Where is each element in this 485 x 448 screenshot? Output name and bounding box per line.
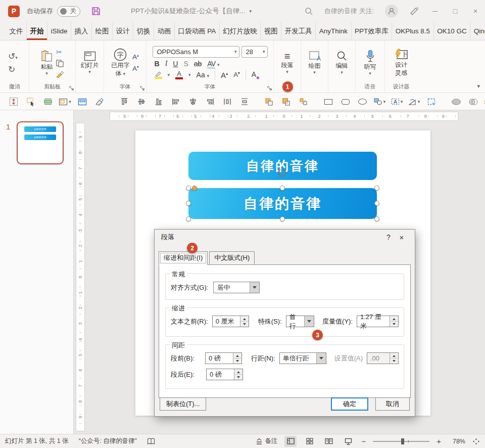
lasso-select-tool[interactable] [425, 96, 438, 108]
format-painter-button[interactable] [56, 71, 64, 78]
bring-forward-tool[interactable] [263, 96, 275, 108]
tab-qing[interactable]: Qing [470, 22, 485, 40]
tab-asian-typography[interactable]: 中文版式(H) [209, 251, 255, 265]
redo-button[interactable]: ↻ [8, 65, 15, 74]
strikethrough-button[interactable]: ab [194, 60, 202, 68]
dialog-close-button[interactable]: × [395, 233, 408, 242]
change-case-button[interactable]: Aa ▾ [197, 71, 210, 79]
merge-shapes-intersect-tool[interactable] [467, 96, 479, 108]
zoom-out-button[interactable]: − [361, 437, 366, 445]
ellipse-shape-tool[interactable] [356, 96, 369, 108]
grow-font-button[interactable]: A▴ [221, 71, 228, 79]
tab-animations[interactable]: 动画 [154, 22, 174, 40]
tab-anythink[interactable]: AnyThink [315, 22, 351, 40]
notes-page-tool[interactable] [76, 96, 88, 108]
tab-view[interactable]: 视图 [260, 22, 281, 40]
italic-button[interactable]: I [165, 60, 168, 68]
slideshow-view-button[interactable] [342, 436, 354, 447]
tab-islide[interactable]: iSlide [47, 22, 71, 40]
tab-transitions[interactable]: 切换 [133, 22, 154, 40]
text-box-tool[interactable]: A▾ [391, 96, 403, 108]
reading-view-button[interactable] [323, 436, 335, 447]
minimize-button[interactable]: ─ [430, 7, 440, 15]
decrease-font-button[interactable]: A▾ [132, 65, 139, 72]
distribute-vertical-tool[interactable] [238, 96, 251, 108]
selection-handle-mid-left[interactable] [186, 201, 191, 206]
highlight-color-button[interactable] [155, 71, 162, 79]
autosave-toggle[interactable]: 关 [57, 6, 80, 17]
rounded-rectangle-shape-tool[interactable] [339, 96, 352, 108]
spinner-buttons[interactable] [234, 369, 243, 380]
tab-pocket-animation[interactable]: 口袋动画 PA [174, 22, 219, 40]
selection-handle-bottom-right[interactable] [374, 216, 379, 221]
distribute-horizontal-tool[interactable] [221, 96, 233, 108]
alignment-select[interactable]: 居中 [213, 282, 260, 293]
avatar[interactable] [385, 5, 398, 18]
before-text-spinner[interactable]: 0 厘米 [212, 316, 249, 327]
selection-handle-bottom-center[interactable] [280, 216, 285, 221]
search-icon[interactable] [305, 7, 313, 16]
tab-okplus[interactable]: OKPlus 8.5 [392, 22, 433, 40]
space-after-spinner[interactable]: 0 磅 [206, 369, 243, 380]
tab-ok10[interactable]: OK10 GC [433, 22, 470, 40]
align-top-tool[interactable] [118, 96, 130, 108]
ok-button[interactable]: 确定 [331, 397, 368, 411]
rotate-handle[interactable] [277, 167, 287, 178]
select-object-tool[interactable] [24, 96, 37, 108]
character-spacing-button[interactable]: AV ▾ [207, 60, 219, 68]
undo-button[interactable]: ↺▾ [8, 52, 18, 61]
document-title[interactable]: PPT小知识&疑难杂症-公众号【自律... ▾ [131, 7, 252, 16]
zoom-in-button[interactable]: + [437, 437, 441, 445]
clipboard-dialog-launcher[interactable] [69, 86, 74, 91]
save-icon[interactable] [91, 7, 101, 16]
tab-slideshow[interactable]: 幻灯片放映 [219, 22, 261, 40]
new-slide-button[interactable]: 幻灯片 ▾ [81, 51, 99, 75]
tab-indents-and-spacing[interactable]: 缩进和间距(I) [159, 251, 208, 265]
cut-button[interactable]: ✂ [56, 48, 64, 56]
underline-button[interactable]: U [173, 60, 178, 68]
bold-button[interactable]: B [155, 60, 160, 68]
zoom-slider[interactable] [373, 441, 429, 442]
tab-home[interactable]: 开始 [26, 22, 47, 40]
text-effects-button[interactable]: A◆ [252, 70, 260, 80]
selection-handle-top-right[interactable] [374, 186, 379, 191]
align-center-tool[interactable] [186, 96, 199, 108]
tab-draw[interactable]: 绘图 [91, 22, 112, 40]
special-select[interactable]: 首行 [286, 316, 314, 327]
selection-handle-mid-right[interactable] [374, 201, 379, 206]
tabs-button[interactable]: 制表位(T)... [160, 397, 206, 411]
chevron-down-icon[interactable]: ▾ [188, 73, 191, 77]
line-spacing-tool[interactable] [7, 96, 20, 108]
align-bottom-tool[interactable] [152, 96, 165, 108]
cancel-button[interactable]: 取消 [375, 397, 410, 411]
tab-ppt-library[interactable]: PPT效率库 [351, 22, 392, 40]
space-before-spinner[interactable]: 0 磅 [205, 352, 242, 364]
send-backward-tool[interactable] [280, 96, 293, 108]
font-color-button[interactable]: A [175, 70, 183, 79]
used-fonts-dialog-launcher[interactable] [140, 86, 144, 91]
zoom-slider-thumb[interactable] [401, 438, 404, 444]
spinner-buttons[interactable] [233, 353, 241, 364]
adjust-handle[interactable] [192, 186, 197, 191]
align-middle-tool[interactable] [135, 96, 148, 108]
tab-design[interactable]: 设计 [112, 22, 133, 40]
selection-handle-top-center[interactable] [280, 186, 285, 191]
increase-font-button[interactable]: A▴ [132, 53, 139, 61]
text-shadow-button[interactable]: S [183, 60, 188, 68]
change-shape-tool[interactable]: ▾ [408, 96, 420, 108]
zoom-level[interactable]: 78% [448, 438, 465, 445]
shapes-gallery-tool[interactable]: ▾ [373, 96, 386, 108]
paragraph-button[interactable]: ≡ 段落 ▾ [281, 51, 294, 75]
chevron-down-icon[interactable]: ▾ [168, 73, 170, 77]
megaphone-icon[interactable] [409, 7, 419, 16]
group-objects-tool[interactable] [297, 96, 310, 108]
merge-shapes-union-tool[interactable] [450, 96, 462, 108]
spinner-buttons[interactable] [390, 316, 398, 327]
notes-button[interactable]: 备注 [256, 437, 277, 445]
tab-file[interactable]: 文件 [6, 22, 26, 40]
font-size-combo[interactable]: 28 ▾ [241, 46, 268, 58]
rectangle-shape-tool[interactable] [322, 96, 334, 108]
design-ideas-button[interactable]: 设计 灵感 [394, 49, 408, 77]
title-banner-2-selected[interactable]: 自律的音律 [188, 188, 377, 219]
editing-button[interactable]: 编辑 ▾ [336, 51, 348, 75]
